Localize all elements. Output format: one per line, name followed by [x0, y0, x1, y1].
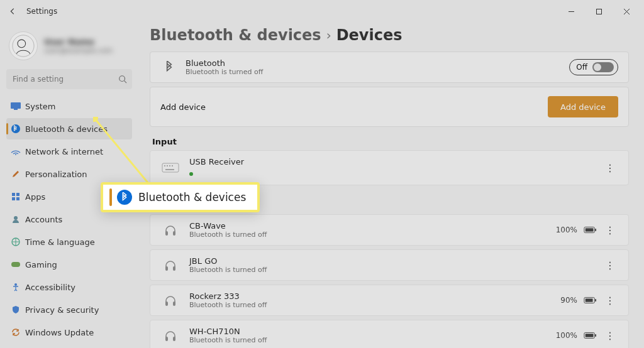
battery-percent: 100%: [556, 331, 577, 340]
minimize-button[interactable]: [557, 0, 585, 23]
svg-rect-39: [173, 337, 175, 341]
nav-network[interactable]: Network & internet: [6, 141, 132, 162]
svg-rect-31: [165, 266, 168, 271]
nav-gaming[interactable]: Gaming: [6, 254, 132, 275]
device-rockerz-333[interactable]: Rockerz 333 Bluetooth is turned off 90%: [150, 285, 629, 316]
svg-rect-37: [595, 299, 596, 302]
device-name: JBL GO: [189, 256, 267, 266]
breadcrumb-current: Devices: [336, 26, 402, 44]
svg-rect-30: [595, 229, 596, 231]
breadcrumb-parent[interactable]: Bluetooth & devices: [150, 26, 321, 44]
device-menu-button[interactable]: [602, 224, 618, 236]
svg-rect-32: [173, 266, 175, 271]
device-menu-button[interactable]: [602, 259, 618, 271]
apps-icon: [10, 191, 21, 202]
battery-icon: [584, 224, 596, 236]
svg-rect-33: [165, 302, 168, 306]
accessibility-icon: [10, 281, 21, 293]
svg-rect-14: [12, 197, 15, 200]
headphones-icon: [160, 258, 180, 273]
device-menu-button[interactable]: [602, 162, 618, 174]
gaming-icon: [10, 259, 21, 270]
device-name: USB Receiver: [189, 157, 244, 166]
svg-rect-36: [586, 298, 593, 302]
svg-rect-26: [165, 231, 168, 236]
nav-label: Personalization: [25, 170, 87, 179]
device-menu-button[interactable]: [602, 330, 618, 342]
nav-windows-update[interactable]: Windows Update: [6, 322, 132, 343]
nav-system[interactable]: System: [6, 95, 132, 117]
svg-rect-13: [16, 193, 19, 196]
nav-label: Apps: [25, 192, 45, 202]
brush-icon: [10, 168, 21, 180]
svg-rect-1: [596, 9, 601, 14]
nav-accessibility[interactable]: Accessibility: [6, 276, 132, 298]
window-title: Settings: [26, 7, 57, 16]
svg-point-11: [15, 154, 16, 155]
device-wh-ch710n[interactable]: WH-CH710N Bluetooth is turned off 100%: [150, 320, 629, 348]
nav-list: System Bluetooth & devices Network & int…: [6, 95, 132, 343]
svg-rect-18: [11, 262, 20, 267]
add-device-button[interactable]: Add device: [548, 96, 618, 117]
device-status: Bluetooth is turned off: [189, 301, 267, 309]
person-icon: [10, 214, 21, 225]
title-bar: Settings: [0, 0, 644, 23]
svg-point-19: [14, 283, 17, 286]
headphones-icon: [160, 293, 180, 308]
svg-rect-42: [595, 334, 596, 337]
svg-rect-23: [169, 165, 170, 166]
system-icon: [10, 101, 21, 112]
close-button[interactable]: [613, 0, 640, 23]
search-input[interactable]: [6, 69, 132, 89]
battery-percent: 100%: [556, 226, 577, 234]
nav-personalization[interactable]: Personalization: [6, 163, 132, 185]
bluetooth-icon: [117, 190, 132, 205]
nav-label: Accessibility: [25, 283, 75, 292]
svg-point-4: [13, 35, 34, 57]
search-box[interactable]: [6, 69, 132, 89]
battery-icon: [584, 295, 596, 307]
headphones-icon: [160, 328, 180, 343]
svg-rect-24: [172, 165, 173, 166]
nav-label: Privacy & security: [25, 305, 99, 315]
nav-bluetooth-devices[interactable]: Bluetooth & devices: [6, 118, 132, 139]
breadcrumb: Bluetooth & devices › Devices: [150, 26, 629, 44]
profile-block[interactable]: User Name user@example.com: [6, 28, 132, 69]
svg-point-6: [119, 76, 125, 82]
keyboard-icon: [160, 160, 180, 175]
nav-label: Accounts: [25, 215, 62, 224]
nav-label: Gaming: [25, 260, 57, 269]
battery-icon: [584, 330, 596, 342]
device-name: Rockerz 333: [189, 291, 267, 301]
bluetooth-toggle-card: Bluetooth Bluetooth is turned off Off: [150, 52, 629, 83]
nav-label: System: [25, 102, 55, 111]
maximize-button[interactable]: [585, 0, 613, 23]
update-icon: [10, 327, 21, 338]
device-cb-wave[interactable]: CB-Wave Bluetooth is turned off 100%: [150, 214, 629, 246]
device-usb-receiver[interactable]: USB Receiver: [150, 150, 629, 185]
svg-rect-34: [173, 302, 175, 306]
annotation-callout: Bluetooth & devices: [101, 182, 260, 212]
bluetooth-toggle[interactable]: Off: [569, 59, 618, 75]
svg-rect-22: [167, 165, 168, 166]
device-jbl-go[interactable]: JBL GO Bluetooth is turned off: [150, 249, 629, 281]
svg-rect-41: [586, 334, 594, 337]
add-device-label: Add device: [160, 102, 206, 112]
search-icon: [118, 74, 127, 86]
add-device-row: Add device Add device: [150, 87, 629, 127]
svg-rect-15: [16, 197, 19, 200]
svg-rect-20: [162, 163, 179, 172]
headphones-icon: [160, 222, 180, 237]
svg-line-7: [125, 81, 127, 84]
svg-rect-25: [165, 169, 174, 170]
nav-privacy[interactable]: Privacy & security: [6, 299, 132, 320]
back-button[interactable]: [4, 3, 21, 20]
device-menu-button[interactable]: [602, 295, 618, 307]
avatar: [9, 31, 38, 60]
bluetooth-icon: [10, 123, 21, 134]
toggle-label: Off: [576, 63, 587, 72]
svg-rect-12: [12, 193, 15, 196]
device-name: CB-Wave: [189, 221, 267, 231]
nav-time-language[interactable]: Time & language: [6, 231, 132, 253]
battery-percent: 90%: [560, 296, 577, 305]
